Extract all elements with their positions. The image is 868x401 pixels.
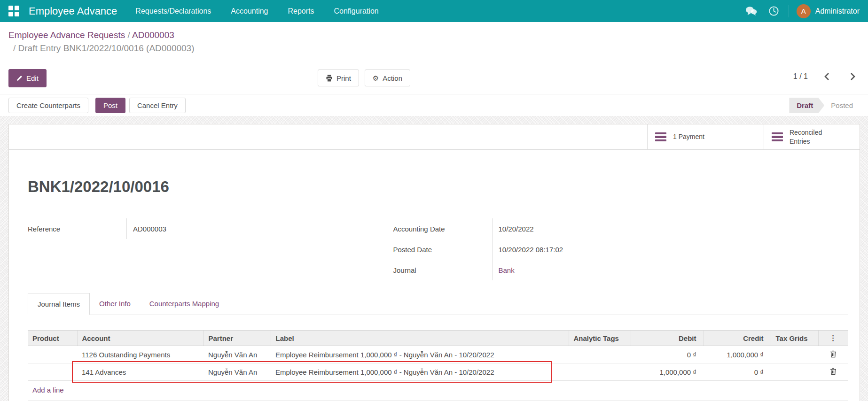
column-header-account[interactable]: Account [77, 331, 203, 346]
trash-icon [830, 350, 837, 358]
field-group-left: Reference AD000003 [28, 218, 368, 280]
user-avatar: A [797, 4, 811, 18]
field-accounting-date: Accounting Date 10/20/2022 [393, 218, 733, 239]
pager-value[interactable]: 1 / 1 [793, 72, 808, 81]
journal-items-table: Product Account Partner Label Analytic T… [28, 330, 848, 381]
breadcrumb-current-label: Draft Entry BNK1/2022/10/0016 (AD000003) [18, 43, 195, 53]
reconciled-smart-button-label: Reconciled Entries [790, 128, 841, 146]
apps-grid-icon[interactable] [8, 6, 19, 16]
sheet-body: BNK1/2022/10/0016 Reference AD000003 Acc… [9, 178, 860, 401]
posted-date-value: 10/20/2022 08:17:02 [492, 239, 733, 260]
cell-analytic-tags[interactable] [569, 363, 631, 381]
journal-item-row-1[interactable]: 1126 Outstanding Payments Nguyễn Văn An … [28, 346, 848, 363]
breadcrumb-line1: Employee Advance Requests / AD000003 [8, 29, 860, 42]
cell-account[interactable]: 1126 Outstanding Payments [77, 346, 203, 363]
menu-requests-declarations[interactable]: Requests/Declarations [125, 0, 221, 22]
printer-icon [326, 75, 333, 82]
statusbar-row: Create Counterparts Post Cancel Entry Dr… [8, 94, 860, 114]
cell-label[interactable]: Employee Reimbursement 1,000,000 ₫ - Ngu… [271, 346, 569, 363]
navbar-right: A Administrator [743, 4, 860, 18]
pencil-icon [16, 75, 23, 81]
column-header-tax-grids[interactable]: Tax Grids [771, 331, 818, 346]
breadcrumb-current: / Draft Entry BNK1/2022/10/0016 (AD00000… [8, 42, 860, 55]
reference-value: AD000003 [126, 218, 368, 239]
app-title[interactable]: Employee Advance [29, 5, 117, 17]
column-header-credit[interactable]: Credit [704, 331, 771, 346]
cell-debit[interactable]: 1,000,000 ₫ [631, 363, 704, 381]
column-header-label[interactable]: Label [271, 331, 569, 346]
cell-analytic-tags[interactable] [569, 346, 631, 363]
reconciled-entries-smart-button[interactable]: Reconciled Entries [764, 124, 860, 149]
column-header-analytic-tags[interactable]: Analytic Tags [569, 331, 631, 346]
cell-partner[interactable]: Nguyễn Văn An [203, 363, 271, 381]
journal-lines-icon [655, 132, 666, 142]
payment-smart-button[interactable]: 1 Payment [647, 124, 764, 149]
pager-previous-icon[interactable] [820, 70, 833, 83]
breadcrumb-link-requests[interactable]: Employee Advance Requests [8, 30, 125, 40]
print-button[interactable]: Print [318, 69, 359, 86]
cell-tax-grids[interactable] [771, 346, 818, 363]
menu-reports[interactable]: Reports [278, 0, 324, 22]
field-posted-date: Posted Date 10/20/2022 08:17:02 [393, 239, 733, 260]
tab-other-info[interactable]: Other Info [90, 293, 140, 315]
cell-partner[interactable]: Nguyễn Văn An [203, 346, 271, 363]
field-reference: Reference AD000003 [28, 218, 368, 239]
messages-icon[interactable] [743, 6, 759, 16]
journal-value-link[interactable]: Bank [499, 266, 515, 274]
trash-icon [830, 368, 837, 375]
field-journal: Journal Bank [393, 260, 733, 280]
activities-clock-icon[interactable] [766, 6, 781, 16]
status-posted[interactable]: Posted [824, 98, 860, 113]
tab-counterparts-mapping[interactable]: Counterparts Mapping [140, 293, 228, 315]
cell-debit[interactable]: 0 ₫ [631, 346, 704, 363]
table-header-row: Product Account Partner Label Analytic T… [28, 331, 848, 346]
column-header-product[interactable]: Product [28, 331, 77, 346]
posted-date-label: Posted Date [393, 246, 492, 254]
menu-configuration[interactable]: Configuration [324, 0, 389, 22]
reference-label: Reference [28, 225, 126, 233]
payment-smart-button-label: 1 Payment [673, 132, 704, 141]
action-button[interactable]: ⚙ Action [365, 69, 410, 86]
notebook-tabs: Journal Items Other Info Counterparts Ma… [28, 293, 848, 315]
control-panel: Employee Advance Requests / AD000003 / D… [0, 22, 868, 116]
column-header-debit[interactable]: Debit [631, 331, 704, 346]
pager-next-icon[interactable] [846, 70, 860, 83]
cell-credit[interactable]: 0 ₫ [704, 363, 771, 381]
edit-button[interactable]: Edit [8, 69, 47, 87]
post-button[interactable]: Post [95, 98, 125, 113]
gear-icon: ⚙ [373, 75, 379, 82]
breadcrumb: Employee Advance Requests / AD000003 / D… [8, 29, 860, 55]
cell-product[interactable] [28, 363, 77, 381]
journal-label: Journal [393, 266, 492, 274]
accounting-date-label: Accounting Date [393, 225, 492, 233]
form-sheet: 1 Payment Reconciled Entries BNK1/2022/1… [8, 124, 860, 401]
navbar-divider [789, 5, 789, 17]
smart-buttons-row: 1 Payment Reconciled Entries [9, 124, 860, 150]
toolbar: Edit Print ⚙ Action 1 / 1 [8, 69, 860, 87]
record-actions: Create Counterparts Post Cancel Entry [8, 98, 186, 113]
cell-account[interactable]: 141 Advances [77, 363, 203, 381]
cell-label[interactable]: Employee Reimbursement 1,000,000 ₫ - Ngu… [271, 363, 569, 381]
cell-tax-grids[interactable] [771, 363, 818, 381]
add-a-line-link[interactable]: Add a line [32, 386, 64, 394]
record-title: BNK1/2022/10/0016 [28, 178, 848, 196]
column-header-partner[interactable]: Partner [203, 331, 271, 346]
cell-credit[interactable]: 1,000,000 ₫ [704, 346, 771, 363]
optional-columns-kebab-icon[interactable]: ⋮ [818, 331, 848, 346]
toolbar-center: Print ⚙ Action [318, 69, 410, 86]
status-draft[interactable]: Draft [789, 98, 824, 113]
journal-item-row-2[interactable]: 141 Advances Nguyễn Văn An Employee Reim… [28, 363, 848, 381]
cancel-entry-button[interactable]: Cancel Entry [129, 98, 186, 113]
menu-accounting[interactable]: Accounting [221, 0, 278, 22]
pager: 1 / 1 [793, 70, 860, 83]
create-counterparts-button[interactable]: Create Counterparts [8, 98, 88, 113]
delete-row-button[interactable] [828, 367, 838, 378]
cell-product[interactable] [28, 346, 77, 363]
breadcrumb-link-record[interactable]: AD000003 [132, 30, 174, 40]
print-button-label: Print [336, 74, 351, 82]
add-line-row: Add a line [28, 381, 848, 401]
action-button-label: Action [383, 74, 402, 82]
tab-journal-items[interactable]: Journal Items [28, 293, 90, 315]
user-menu[interactable]: A Administrator [797, 4, 860, 18]
delete-row-button[interactable] [828, 349, 838, 360]
